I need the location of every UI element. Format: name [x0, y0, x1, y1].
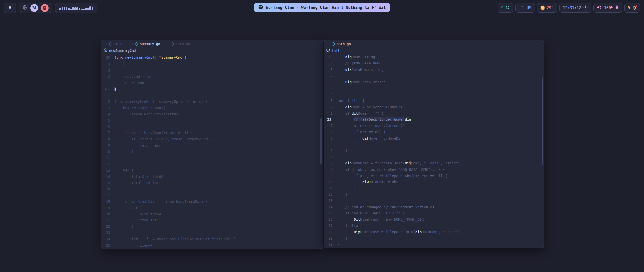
code-line[interactable]: 10 } [101, 148, 323, 155]
code-line[interactable]: 4 trash.WithGetSize(true), [101, 111, 323, 117]
code-line[interactable]: 20} [324, 241, 544, 248]
code-line[interactable]: 4 [324, 91, 544, 98]
code-line[interactable]: 12 } [324, 191, 544, 198]
code-token: { [184, 55, 186, 59]
code-line[interactable]: 16 DitHomeTrash = env.HOME_TRASH_DIR [324, 216, 544, 223]
code-line[interactable]: 8 if !errors.Is(err, trash.ErrNotFound) … [101, 136, 323, 142]
code-line[interactable]: 4 } [101, 61, 323, 67]
code-line[interactable]: 17 } else { [324, 223, 544, 229]
editor-pane-right[interactable]: ∶path.go init 10 diqHome string9 // $XDG… [324, 40, 544, 248]
code-token: Home, ".local", "share") [411, 161, 462, 165]
code-line[interactable]: 1 u, err := user.Current() [324, 123, 544, 129]
code-token: trash.WithGetSize(true), [114, 112, 182, 116]
code-area-left[interactable]: 4 }32 root.cmd = cmd1 return root46}12fu… [101, 61, 323, 248]
code-line-text: trash.WithGetSize(true), [114, 112, 182, 116]
code-line[interactable]: 22 ) [101, 223, 323, 230]
clock-pill[interactable]: 12:31:12 [559, 3, 591, 13]
code-line[interactable]: 6 [324, 154, 544, 160]
updates-pill[interactable]: 9 [498, 3, 513, 13]
code-line[interactable]: 2 didHome = os.Getenv("HOME") [324, 104, 544, 110]
code-line[interactable]: 15 if env.HOME_TRASH_DIR ≠ "" { [324, 210, 544, 216]
code-line[interactable]: 1 return root [101, 80, 323, 86]
code-token: return root [114, 81, 146, 85]
code-line[interactable]: 17 [101, 192, 323, 198]
code-line[interactable]: 21 item int [101, 217, 323, 223]
visualizer-bars [59, 6, 93, 10]
code-line[interactable]: 12 [101, 161, 323, 167]
code-token: di [345, 67, 350, 72]
code-line[interactable]: 23 // fallback to get home dia [324, 116, 544, 123]
code-line[interactable]: 3 [101, 67, 323, 74]
code-token: DataHome, "Trash") [422, 230, 460, 234]
tab-rm.go[interactable]: ∶rm.go [103, 40, 128, 47]
code-token: h [350, 161, 352, 165]
workspace-file-icon[interactable] [41, 4, 49, 12]
audio-pill[interactable]: 100% [593, 3, 622, 13]
code-line[interactable]: 10 diqHome string [324, 54, 544, 60]
code-line[interactable]: 3 difHome = u.HomeDir [324, 135, 544, 141]
code-line[interactable]: 16 ) [101, 186, 323, 192]
app-launcher-button[interactable]: Λ [4, 3, 16, 13]
code-line[interactable]: 46} [101, 86, 323, 92]
code-line[interactable]: 25 item++ [101, 242, 323, 248]
code-line[interactable]: 7 dihDataHome = filepath.Join(dijHome, "… [324, 160, 544, 166]
notifications-pill[interactable]: 5 [624, 3, 640, 13]
code-line[interactable]: 10 diwDataHome = abs [324, 179, 544, 185]
code-line[interactable]: 9 return err [101, 142, 323, 148]
code-line[interactable]: 8 if d, ok := os.LookupEnv("XDG_DATA_HOM… [324, 166, 544, 173]
code-token: u, err := user.Current() [337, 124, 405, 128]
code-line[interactable]: 11 } [101, 155, 323, 161]
code-line[interactable]: 15 totalItem int [101, 180, 323, 186]
code-token: y [358, 230, 360, 234]
keyboard-layout-pill[interactable]: US [515, 3, 535, 13]
code-line[interactable]: 6 [101, 123, 323, 130]
line-number: 11 [101, 156, 114, 160]
code-line[interactable]: 14 // Can be changed by environment vari… [324, 204, 544, 210]
code-line[interactable]: 11 } [324, 185, 544, 191]
code-line[interactable]: 4 } [324, 141, 544, 148]
code-line[interactable]: 5 } [324, 148, 544, 154]
tab-path.go[interactable]: ∶path.go [325, 40, 354, 47]
now-playing-pill[interactable]: Wu-Tang Clan - Wu-Tang Clan Ain't Nuthin… [254, 3, 390, 12]
line-number: 4 [324, 92, 337, 96]
code-line[interactable]: 19 } [324, 235, 544, 241]
code-line[interactable]: 1 [101, 92, 323, 98]
code-line[interactable]: 9 // $XDG_DATA_HOME [324, 60, 544, 66]
code-line[interactable]: 13 var ( [101, 167, 323, 174]
tab-summary.go[interactable]: ∶summary.go [129, 40, 163, 47]
weather-pill[interactable]: 29° [537, 3, 557, 13]
code-token: if err := box.Open(); err ≠ nil { [114, 131, 193, 135]
code-line[interactable]: 7 if err := box.Open(); err ≠ nil { [101, 130, 323, 136]
scrollbar-left[interactable] [320, 118, 322, 164]
code-line[interactable]: 3 box := trash.NewBox( [101, 105, 323, 111]
tab-path.go[interactable]: ∶path.go [164, 40, 193, 47]
code-line[interactable]: 2func summaryCmdRun(_ summaryOptions) er… [101, 98, 323, 105]
code-token: } [114, 87, 116, 91]
code-line[interactable]: 14 totalSize int64 [101, 173, 323, 180]
code-line[interactable]: 23 [101, 230, 323, 236]
code-area-right[interactable]: 10 diqHome string9 // $XDG_DATA_HOME8 di… [324, 54, 544, 248]
code-line[interactable]: 1 if dilHome == "" { [324, 110, 544, 116]
code-line[interactable]: 2 root.cmd = cmd [101, 74, 323, 80]
code-line[interactable]: 18 for i, trashDir := range box.TrashDir… [101, 198, 323, 205]
code-line[interactable]: 5) [324, 85, 544, 91]
code-line[interactable]: 20 size int64 [101, 211, 323, 217]
code-line[interactable]: 24 for _, f := range box.FilesByTrashDir… [101, 236, 323, 242]
code-line-text: box := trash.NewBox( [114, 106, 165, 110]
code-line[interactable]: 2 if err == nil { [324, 129, 544, 135]
code-line[interactable]: 19 var ( [101, 205, 323, 211]
editor-pane-left[interactable]: ∶rm.go∶summary.go∶path.go newSummaryCmd … [101, 40, 323, 249]
code-line[interactable]: 18 DiyHomeTrash = filepath.Join(dioDataH… [324, 229, 544, 235]
code-line[interactable]: 7 [324, 73, 544, 79]
code-line[interactable]: 8 dikDataHome string [324, 66, 544, 73]
code-token: a [409, 117, 411, 121]
code-line[interactable]: 3func init() { [324, 98, 544, 104]
scrollbar-right[interactable] [542, 77, 543, 165]
code-line-text: } [337, 186, 356, 190]
code-line[interactable]: 5 ) [101, 117, 323, 123]
code-line[interactable]: 6 DigHomeTrash string [324, 79, 544, 85]
workspace-globe-icon[interactable] [22, 5, 28, 11]
workspace-n-icon[interactable]: N [30, 4, 38, 12]
code-line[interactable]: 9 if abs, err := filepath.Abs(d); err ==… [324, 173, 544, 179]
code-line[interactable]: 13 [324, 197, 544, 204]
